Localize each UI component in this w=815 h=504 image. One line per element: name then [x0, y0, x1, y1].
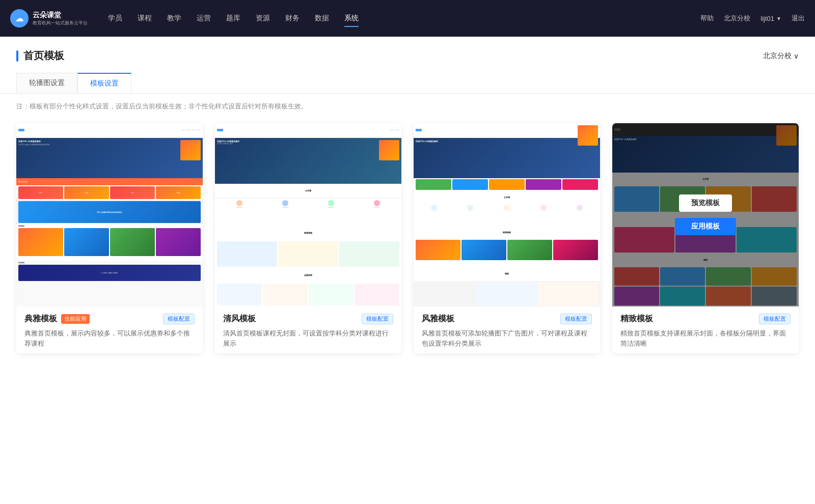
- note-bar: 注：模板有部分个性化样式设置，设置后仅当前模板生效；非个性化样式设置后针对所有模…: [0, 94, 815, 119]
- template-title-row-4: 精致模板 模板配置: [620, 314, 791, 324]
- logo-icon: ☁: [10, 9, 29, 27]
- template-desc-2: 清风首页模板课程无封面，可设置按学科分类对课程进行展示: [223, 328, 393, 348]
- user-menu[interactable]: lijt01 ▼: [760, 15, 781, 22]
- branch-selector-text: 北京分校: [763, 51, 792, 61]
- username: lijt01: [760, 15, 774, 22]
- nav-courses[interactable]: 课程: [138, 12, 152, 25]
- nav-system[interactable]: 系统: [344, 12, 359, 25]
- preview-template-button-4[interactable]: 预览模板: [679, 194, 732, 212]
- config-button-2[interactable]: 模板配置: [362, 314, 393, 324]
- nav-students[interactable]: 学员: [108, 12, 122, 25]
- template-preview-1: 托福TP01-S4真题及解析 口语 Q1 必备考点 成绩通道 学期充值 数学写作…: [16, 123, 203, 306]
- template-overlay-4: 预览模板 应用模板: [612, 123, 799, 306]
- template-desc-4: 精致首页模板支持课程展示封面，各模板分隔明显，界面简洁清晰: [620, 328, 791, 348]
- template-title-row-2: 清风模板 模板配置: [223, 314, 393, 324]
- mockup-3: 托福TP01-S4真题及解析 公开课: [414, 123, 600, 306]
- nav-resources[interactable]: 资源: [256, 12, 270, 25]
- template-preview-4: 托福TP01-S4真题及解析 公开课 推荐课程: [612, 123, 799, 306]
- template-preview-2: 托福TP01-S4真题及解析 口语 Q1 必备考点 提分 公开课 PyTorch…: [215, 123, 401, 306]
- branch-chevron-icon: ∨: [794, 52, 799, 60]
- templates-grid: 托福TP01-S4真题及解析 口语 Q1 必备考点 成绩通道 学期充值 数学写作…: [0, 119, 815, 374]
- nav-data[interactable]: 数据: [315, 12, 329, 25]
- help-link[interactable]: 帮助: [700, 14, 714, 23]
- template-name-2: 清风模板: [223, 314, 256, 324]
- mockup-1: 托福TP01-S4真题及解析 口语 Q1 必备考点 成绩通道 学期充值 数学写作…: [16, 123, 203, 306]
- title-bar-decoration: [16, 50, 18, 62]
- logo-sub-text: 教育机构一站式服务云平台: [33, 20, 88, 26]
- tabs-container: 轮播图设置 模板设置: [0, 63, 815, 94]
- template-card-3: 托福TP01-S4真题及解析 公开课: [414, 123, 600, 353]
- branch-name[interactable]: 北京分校: [724, 14, 750, 23]
- template-title-row-1: 典雅模板 当前应用 模板配置: [24, 314, 195, 324]
- page-title-block: 首页模板: [16, 49, 64, 63]
- config-button-1[interactable]: 模板配置: [163, 314, 195, 324]
- header-right: 帮助 北京分校 lijt01 ▼ 退出: [700, 14, 805, 23]
- logout-button[interactable]: 退出: [792, 14, 805, 23]
- badge-current-1: 当前应用: [61, 314, 90, 324]
- chevron-down-icon: ▼: [776, 16, 781, 21]
- template-info-2: 清风模板 模板配置 清风首页模板课程无封面，可设置按学科分类对课程进行展示: [215, 306, 401, 353]
- page-header: 首页模板 北京分校 ∨: [0, 37, 815, 63]
- tabs: 轮播图设置 模板设置: [16, 73, 799, 93]
- config-button-3[interactable]: 模板配置: [560, 314, 592, 324]
- template-title-row-3: 风雅模板 模板配置: [422, 314, 592, 324]
- template-preview-3: 托福TP01-S4真题及解析 公开课: [414, 123, 600, 306]
- main-nav: 学员 课程 教学 运营 题库 资源 财务 数据 系统: [108, 12, 700, 25]
- nav-questions[interactable]: 题库: [226, 12, 240, 25]
- main-header: ☁ 云朵课堂 教育机构一站式服务云平台 学员 课程 教学 运营 题库 资源 财务…: [0, 0, 815, 37]
- template-name-3: 风雅模板: [422, 314, 454, 324]
- page-content: 首页模板 北京分校 ∨ 轮播图设置 模板设置 注：模板有部分个性化样式设置，设置…: [0, 37, 815, 504]
- logo-text: 云朵课堂 教育机构一站式服务云平台: [33, 11, 88, 26]
- nav-finance[interactable]: 财务: [285, 12, 300, 25]
- template-name-4: 精致模板: [620, 314, 653, 324]
- mockup-2: 托福TP01-S4真题及解析 口语 Q1 必备考点 提分 公开课 PyTorch…: [215, 123, 401, 306]
- tab-carousel[interactable]: 轮播图设置: [16, 73, 77, 93]
- logo[interactable]: ☁ 云朵课堂 教育机构一站式服务云平台: [10, 9, 88, 27]
- page-title: 首页模板: [23, 49, 64, 63]
- template-desc-3: 风雅首页模板可添加轮播图下广告图片，可对课程及课程包设置学科分类展示: [422, 328, 592, 348]
- tab-template[interactable]: 模板设置: [77, 73, 131, 93]
- logo-main-text: 云朵课堂: [33, 11, 88, 20]
- nav-teaching[interactable]: 教学: [167, 12, 181, 25]
- branch-selector[interactable]: 北京分校 ∨: [763, 51, 799, 61]
- apply-template-button-4[interactable]: 应用模板: [675, 218, 736, 235]
- note-text: 注：模板有部分个性化样式设置，设置后仅当前模板生效；非个性化样式设置后针对所有模…: [16, 102, 308, 110]
- template-info-3: 风雅模板 模板配置 风雅首页模板可添加轮播图下广告图片，可对课程及课程包设置学科…: [414, 306, 600, 353]
- template-info-4: 精致模板 模板配置 精致首页模板支持课程展示封面，各模板分隔明显，界面简洁清晰: [612, 306, 799, 353]
- nav-operations[interactable]: 运营: [197, 12, 211, 25]
- template-desc-1: 典雅首页模板，展示内容较多，可以展示优惠券和多个推荐课程: [24, 328, 195, 348]
- config-button-4[interactable]: 模板配置: [759, 314, 791, 324]
- template-card-4: 托福TP01-S4真题及解析 公开课 推荐课程: [612, 123, 799, 353]
- template-info-1: 典雅模板 当前应用 模板配置 典雅首页模板，展示内容较多，可以展示优惠券和多个推…: [16, 306, 203, 353]
- template-name-1: 典雅模板: [24, 314, 57, 324]
- template-card-2: 托福TP01-S4真题及解析 口语 Q1 必备考点 提分 公开课 PyTorch…: [215, 123, 401, 353]
- template-card-1: 托福TP01-S4真题及解析 口语 Q1 必备考点 成绩通道 学期充值 数学写作…: [16, 123, 203, 353]
